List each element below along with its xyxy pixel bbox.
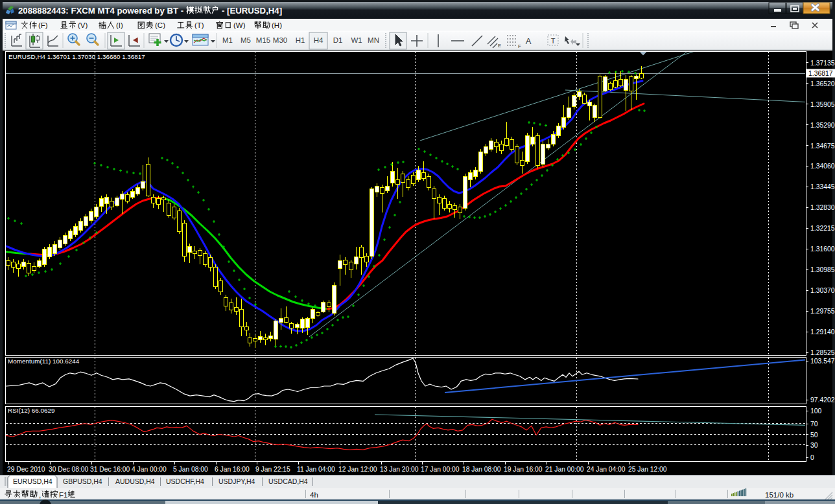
svg-text:(I): (I): [116, 21, 123, 29]
svg-text:50: 50: [810, 431, 818, 439]
svg-text:11 Jan 04:00: 11 Jan 04:00: [297, 466, 335, 473]
svg-text:M15: M15: [256, 36, 270, 44]
svg-text:E: E: [498, 43, 501, 49]
svg-text:USDCAD,H4: USDCAD,H4: [268, 477, 308, 485]
svg-text:F1: F1: [59, 491, 67, 499]
svg-text:AUDUSD,H4: AUDUSD,H4: [115, 477, 155, 485]
svg-text:1.36520: 1.36520: [810, 80, 835, 87]
svg-text:RSI(12) 66.0629: RSI(12) 66.0629: [8, 407, 55, 414]
svg-text:31 Dec 16:00: 31 Dec 16:00: [90, 466, 130, 473]
svg-text:W1: W1: [351, 36, 362, 44]
svg-text:A: A: [526, 36, 532, 46]
svg-text:EURUSD,H4: EURUSD,H4: [13, 477, 53, 485]
svg-text:USDJPY,H4: USDJPY,H4: [218, 477, 255, 485]
svg-text:M1: M1: [222, 36, 233, 44]
svg-text:1.30370: 1.30370: [810, 287, 835, 294]
svg-text:9 Jan 22:15: 9 Jan 22:15: [255, 466, 290, 473]
svg-text:18 Jan 08:00: 18 Jan 08:00: [462, 466, 501, 473]
svg-text:(F): (F): [38, 21, 48, 29]
svg-text:103.547: 103.547: [810, 358, 835, 365]
svg-text:(V): (V): [78, 21, 88, 29]
svg-text:1.32215: 1.32215: [810, 225, 835, 232]
svg-text:1.28525: 1.28525: [810, 349, 835, 356]
svg-text:EURUSD,H4 1.36701 1.37030 1.3: EURUSD,H4 1.36701 1.37030 1.36680 1.3681…: [8, 53, 145, 60]
svg-text:(H): (H): [272, 21, 282, 29]
svg-text:1.34060: 1.34060: [810, 163, 835, 170]
svg-text:1.37135: 1.37135: [810, 60, 835, 67]
svg-text:70: 70: [810, 420, 818, 428]
svg-text:1.36817: 1.36817: [808, 70, 833, 77]
svg-text:GBPUSD,H4: GBPUSD,H4: [63, 477, 102, 485]
svg-text:MN: MN: [368, 36, 379, 44]
svg-text:6 Jan 16:00: 6 Jan 16:00: [215, 466, 250, 473]
svg-text:1.35905: 1.35905: [810, 101, 835, 108]
svg-text:24 Jan 04:00: 24 Jan 04:00: [587, 466, 626, 473]
svg-text:1.29140: 1.29140: [810, 328, 835, 336]
svg-text:0: 0: [810, 454, 814, 461]
svg-text:,: ,: [39, 491, 41, 499]
svg-text:- [EURUSD,H4]: - [EURUSD,H4]: [222, 6, 282, 16]
svg-text:Momentum(11) 100.6244: Momentum(11) 100.6244: [8, 358, 80, 365]
svg-text:H1: H1: [296, 36, 305, 44]
svg-text:(W): (W): [233, 21, 246, 29]
svg-text:F: F: [518, 43, 521, 49]
svg-text:100: 100: [810, 407, 822, 415]
svg-text:30 Dec 08:00: 30 Dec 08:00: [49, 466, 89, 473]
svg-text:1.34675: 1.34675: [810, 143, 835, 150]
svg-text:19 Jan 16:00: 19 Jan 16:00: [504, 466, 543, 473]
svg-text:29 Dec 2010: 29 Dec 2010: [7, 466, 45, 473]
svg-text:5 Jan 08:00: 5 Jan 08:00: [173, 466, 208, 473]
svg-text:25 Jan 12:00: 25 Jan 12:00: [628, 466, 667, 473]
svg-text:12 Jan 12:00: 12 Jan 12:00: [338, 466, 377, 473]
svg-text:1.31600: 1.31600: [810, 246, 835, 253]
svg-text:1.30985: 1.30985: [810, 266, 835, 273]
svg-text:1.35290: 1.35290: [810, 122, 835, 129]
svg-text:97.4202: 97.4202: [810, 396, 835, 404]
svg-text:USDCHF,H4: USDCHF,H4: [166, 477, 204, 485]
svg-text:H4: H4: [314, 36, 323, 44]
svg-text:30: 30: [810, 442, 818, 449]
svg-text:(T): (T): [194, 21, 204, 29]
svg-text:1.33445: 1.33445: [810, 183, 835, 190]
svg-text:2088882443: FXCM MT4 powered b: 2088882443: FXCM MT4 powered by BT -: [18, 6, 183, 16]
svg-text:(C): (C): [155, 21, 165, 29]
svg-text:17 Jan 00:00: 17 Jan 00:00: [421, 466, 460, 473]
svg-text:T: T: [551, 37, 556, 45]
svg-text:21 Jan 00:00: 21 Jan 00:00: [545, 466, 584, 473]
svg-text:4h: 4h: [310, 491, 318, 499]
svg-text:1.32830: 1.32830: [810, 204, 835, 211]
svg-text:M5: M5: [241, 36, 251, 44]
svg-text:151/0 kb: 151/0 kb: [765, 491, 794, 499]
svg-text:13 Jan 20:00: 13 Jan 20:00: [380, 466, 419, 473]
svg-text:4 Jan 00:00: 4 Jan 00:00: [132, 466, 167, 473]
svg-text:1.29755: 1.29755: [810, 308, 835, 315]
svg-text:D1: D1: [333, 36, 343, 44]
svg-text:M30: M30: [273, 36, 287, 44]
